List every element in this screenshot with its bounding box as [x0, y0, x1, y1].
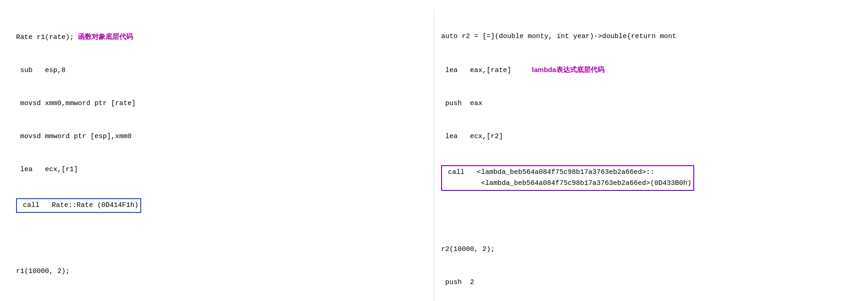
right-column: auto r2 = [=](double monty, int year)->d…: [434, 5, 859, 301]
right-label-1: lambda表达式底层代码: [532, 66, 604, 73]
left-call-box-1: call Rate::Rate (0D414F1h): [16, 198, 141, 213]
right-call-box-1: call <lambda_beb564a084f75c98b17a3763eb2…: [441, 165, 694, 191]
right-call-1: call <lambda_beb564a084f75c98b17a3763eb2…: [441, 164, 852, 192]
left-line-1: Rate r1(rate); 函数对象底层代码: [16, 31, 427, 43]
right-code-block1: auto r2 = [=](double monty, int year)->d…: [441, 9, 852, 214]
left-code-block1: Rate r1(rate); 函数对象底层代码 sub esp,8 movsd …: [16, 9, 427, 236]
left-code-block2: r1(10000, 2); push 2 sub esp,8 movsd xmm…: [16, 244, 427, 301]
right-code-block2: r2(10000, 2); push 2 sub esp,8 movsd xmm…: [441, 222, 852, 301]
left-line-4: movsd mmword ptr [esp],xmm0: [16, 131, 427, 142]
left-label-1: 函数对象底层代码: [78, 33, 133, 40]
right-line-lea2: lea ecx,[r2]: [441, 131, 852, 142]
right-line-push2: push 2: [441, 277, 852, 288]
left-line-3: movsd xmm0,mmword ptr [rate]: [16, 98, 427, 109]
right-line-push: push eax: [441, 98, 852, 109]
left-line-push: push 2: [16, 299, 427, 301]
right-line-r2: r2(10000, 2);: [441, 244, 852, 255]
left-line-1-text: Rate r1(rate);: [16, 33, 78, 41]
left-column: Rate r1(rate); 函数对象底层代码 sub esp,8 movsd …: [9, 5, 434, 301]
left-line-2: sub esp,8: [16, 65, 427, 76]
right-line-auto: auto r2 = [=](double monty, int year)->d…: [441, 31, 852, 42]
left-line-5: lea ecx,[r1]: [16, 164, 427, 175]
right-line-lea: lea eax,[rate] lambda表达式底层代码: [441, 64, 852, 76]
left-line-r1: r1(10000, 2);: [16, 266, 427, 277]
left-call-1: call Rate::Rate (0D414F1h): [16, 197, 427, 214]
